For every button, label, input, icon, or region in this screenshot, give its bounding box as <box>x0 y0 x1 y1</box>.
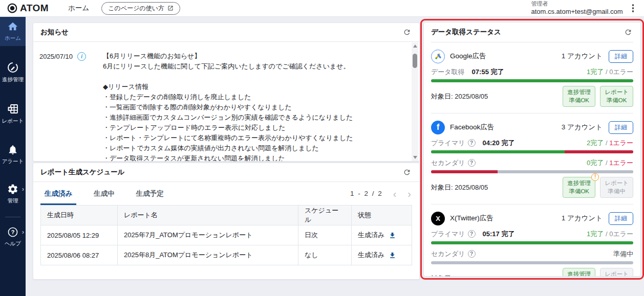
target-date: 対象日: 2025/08/05 <box>431 92 488 101</box>
user-email: atom.cs.atom+test@gmail.com <box>531 8 622 16</box>
tab-generating[interactable]: 生成中 <box>90 183 119 205</box>
sidebar-item-home[interactable]: ホーム <box>0 17 26 46</box>
sidebar-item-alert[interactable]: アラート <box>0 140 26 169</box>
complete-count: 1完了 <box>587 68 604 76</box>
sidebar-item-report[interactable]: レポート <box>0 99 26 129</box>
progress-icon <box>7 61 19 74</box>
announcement-line: ・一覧画面で削除する際の削除対象がわかりやすくなりました <box>103 102 406 112</box>
schedule-title: レポート生成スケジュール <box>40 168 125 177</box>
announcement-line: ・レポートでカスタム媒体の実績値が出力されない問題を解消しました <box>103 143 406 153</box>
chevron-left-icon[interactable]: ‹ <box>392 189 398 199</box>
progress-bar <box>431 241 633 244</box>
user-role: 管理者 <box>531 1 622 8</box>
kebab-menu-icon[interactable] <box>630 2 636 14</box>
sidebar: ホーム 進捗管理 レポート <box>0 17 26 296</box>
top-header: ATOM ホーム このページの使い方 管理者 atom.cs.atom+test… <box>0 0 644 17</box>
help-circle-icon[interactable]: ? <box>468 230 476 238</box>
detail-button[interactable]: 詳細 <box>609 212 633 225</box>
column-header-schedule: スケジュール <box>298 206 352 225</box>
tab-generated[interactable]: 生成済み <box>40 183 76 205</box>
status-badge: 進捗管理準備OK <box>563 86 595 107</box>
table-row: 2025/08/06 08:27 2025年8月_ATOMプロモーションレポート… <box>41 245 412 265</box>
info-icon[interactable]: i <box>77 52 86 61</box>
highlight-annotation-border: データ取得ステータス <box>420 19 644 280</box>
media-name: Facebook広告 <box>450 123 494 132</box>
scrollbar-thumb[interactable] <box>413 54 417 68</box>
sidebar-item-label: 進捗管理 <box>2 76 24 83</box>
sidebar-item-admin[interactable]: › 管理 <box>0 179 26 209</box>
sidebar-item-label: アラート <box>2 158 24 165</box>
cell-schedule: 日次 <box>298 225 352 245</box>
progress-bar <box>431 170 633 173</box>
refresh-icon[interactable] <box>402 167 412 177</box>
announcement-date: 2025/07/10 <box>39 53 73 60</box>
sidebar-item-label: レポート <box>2 118 24 125</box>
scroll-up-icon[interactable] <box>413 44 417 48</box>
account-count: 3 アカウント <box>562 123 603 132</box>
page-usage-button[interactable]: このページの使い方 <box>101 2 180 15</box>
report-table: 生成日時 レポート名 スケジュール 状態 2025/08/05 12:29 20… <box>40 205 412 265</box>
announcement-line: ・進捗詳細画面でカスタムコンバージョン別の実績を確認できるようになりました <box>103 112 406 123</box>
progress-bar <box>431 150 633 153</box>
data-status-panel: データ取得ステータス <box>423 22 641 277</box>
table-row: 2025/08/05 12:29 2025年7月_ATOMプロモーションレポート… <box>41 225 412 245</box>
primary-label: プライマリ <box>431 139 465 148</box>
nav-home-link[interactable]: ホーム <box>68 4 89 13</box>
status-badge: 進捗管理準備OK <box>563 268 595 277</box>
detail-button[interactable]: 詳細 <box>609 50 633 63</box>
scrollbar[interactable] <box>412 42 418 161</box>
status-text: 生成済み <box>358 231 384 240</box>
status-section-x-twitter: X X(Twitter)広告 1 アカウント 詳細 プライマリ ? 05:17 … <box>431 204 633 277</box>
refresh-icon[interactable] <box>402 27 412 37</box>
progress-bar <box>431 261 633 264</box>
primary-label: プライマリ <box>431 230 465 239</box>
pagination: 1 - 2 / 2 ‹ › <box>350 189 412 199</box>
status-badge: レポート準備中 <box>600 268 633 277</box>
logo-text: ATOM <box>20 3 49 14</box>
status-section-google: Google広告 1 アカウント 詳細 データ取得 07:55 完了 1完了 /… <box>431 42 633 113</box>
status-badge: レポート準備OK <box>600 86 633 107</box>
cell-report-name: 2025年7月_ATOMプロモーションレポート <box>118 225 298 245</box>
tab-planned[interactable]: 生成予定 <box>132 183 168 205</box>
announcement-line: 6月にリリースした機能に関して下記ご案内いたしますのでご確認くださいませ。 <box>103 61 406 72</box>
help-circle-icon[interactable]: ? <box>468 139 476 147</box>
atom-logo: ATOM <box>7 3 49 14</box>
download-icon[interactable] <box>389 252 396 259</box>
sidebar-item-label: ヘルプ <box>5 240 21 247</box>
help-circle-icon[interactable]: ? <box>468 250 476 258</box>
column-header-datetime: 生成日時 <box>41 206 118 225</box>
help-circle-icon[interactable]: ? <box>468 159 476 167</box>
announcement-line <box>103 72 406 82</box>
home-icon <box>7 21 18 32</box>
help-icon: ? › <box>7 226 18 238</box>
svg-text:?: ? <box>11 229 15 235</box>
announcement-line: 【6月リリース機能のお知らせ】 <box>103 51 406 61</box>
page-usage-label: このページの使い方 <box>108 4 164 13</box>
target-date: 対象日: 2025/08/05 <box>431 183 488 192</box>
column-header-name: レポート名 <box>118 206 298 225</box>
announcement-line: ・登録したデータの削除取り消しを廃止しました <box>103 92 406 102</box>
scroll-down-icon[interactable] <box>413 156 417 159</box>
download-icon[interactable] <box>389 232 396 239</box>
fetch-label: データ取得 <box>431 67 465 77</box>
sidebar-item-progress[interactable]: 進捗管理 <box>0 57 26 87</box>
warning-icon: ! <box>591 173 599 181</box>
announcements-title: お知らせ <box>40 28 69 37</box>
cell-report-name: 2025年8月_ATOMプロモーションレポート <box>118 245 298 265</box>
sidebar-item-help[interactable]: ? › ヘルプ <box>0 222 26 252</box>
complete-count: 0完了 <box>587 159 604 167</box>
media-name: Google広告 <box>450 52 486 61</box>
error-count: 1エラー <box>609 139 633 147</box>
cell-datetime: 2025/08/05 12:29 <box>41 225 118 245</box>
status-badge: 進捗管理準備OK ! <box>563 177 595 198</box>
status-badge: レポート準備中 <box>600 177 633 198</box>
refresh-icon[interactable] <box>623 27 633 37</box>
schedule-tabs: 生成済み 生成中 生成予定 1 - 2 / 2 ‹ › <box>33 182 419 205</box>
detail-button[interactable]: 詳細 <box>609 121 633 134</box>
facebook-icon: f <box>431 121 445 134</box>
chevron-right-icon[interactable]: › <box>406 189 412 199</box>
complete-count: 2完了 <box>587 139 604 147</box>
account-count: 1 アカウント <box>562 52 603 61</box>
complete-count: 1完了 <box>587 230 604 238</box>
secondary-label: セカンダリ <box>431 158 465 168</box>
